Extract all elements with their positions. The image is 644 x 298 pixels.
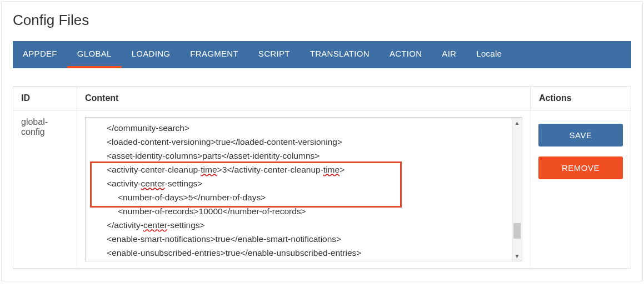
col-header-actions: Actions — [531, 87, 631, 110]
tab-script[interactable]: SCRIPT — [248, 41, 300, 68]
scroll-up-icon[interactable]: ▲ — [512, 118, 522, 128]
code-line: <activity-center-cleanup-time>3</activit… — [96, 163, 515, 176]
code-line: <number-of-records>10000</number-of-reco… — [96, 204, 515, 218]
tab-action[interactable]: ACTION — [380, 41, 432, 68]
code-line: <enable-unsubscribed-entries>true</enabl… — [96, 246, 515, 260]
code-line: <loaded-content-versioning>true</loaded-… — [96, 135, 515, 149]
scroll-thumb[interactable] — [513, 223, 521, 239]
tab-loading[interactable]: LOADING — [122, 41, 181, 68]
page-title: Config Files — [2, 2, 642, 41]
code-line: </activity-center-settings> — [96, 218, 515, 232]
code-line: <daily-digest-email-time>1</daily-digest… — [96, 260, 515, 261]
row-actions: SAVE REMOVE — [531, 110, 631, 268]
tab-fragment[interactable]: FRAGMENT — [180, 41, 248, 68]
row-content-cell: </community-search><loaded-content-versi… — [77, 110, 531, 268]
content-editor[interactable]: </community-search><loaded-content-versi… — [85, 117, 522, 261]
code-line: <number-of-days>5</number-of-days> — [96, 190, 515, 204]
tab-appdef[interactable]: APPDEF — [13, 41, 67, 68]
col-header-content: Content — [77, 87, 531, 110]
code-line: </community-search> — [96, 121, 515, 135]
code-line: <asset-identity-columns>parts</asset-ide… — [96, 149, 515, 163]
scrollbar[interactable]: ▲ ▼ — [512, 118, 522, 261]
remove-button[interactable]: REMOVE — [538, 156, 623, 179]
col-header-id: ID — [13, 87, 77, 110]
row-id: global-config — [13, 110, 77, 268]
code-line: <enable-smart-notifications>true</enable… — [96, 232, 515, 246]
code-line: <activity-center-settings> — [96, 176, 515, 190]
tab-locale[interactable]: Locale — [466, 41, 512, 68]
save-button[interactable]: SAVE — [538, 124, 623, 147]
tab-global[interactable]: GLOBAL — [67, 41, 122, 68]
tab-translation[interactable]: TRANSLATION — [300, 41, 380, 68]
tab-air[interactable]: AIR — [432, 41, 466, 68]
config-table: ID Content Actions global-config </commu… — [13, 86, 631, 269]
tabbar: APPDEFGLOBALLOADINGFRAGMENTSCRIPTTRANSLA… — [13, 41, 631, 68]
scroll-down-icon[interactable]: ▼ — [512, 251, 522, 261]
content-text[interactable]: </community-search><loaded-content-versi… — [86, 118, 522, 261]
